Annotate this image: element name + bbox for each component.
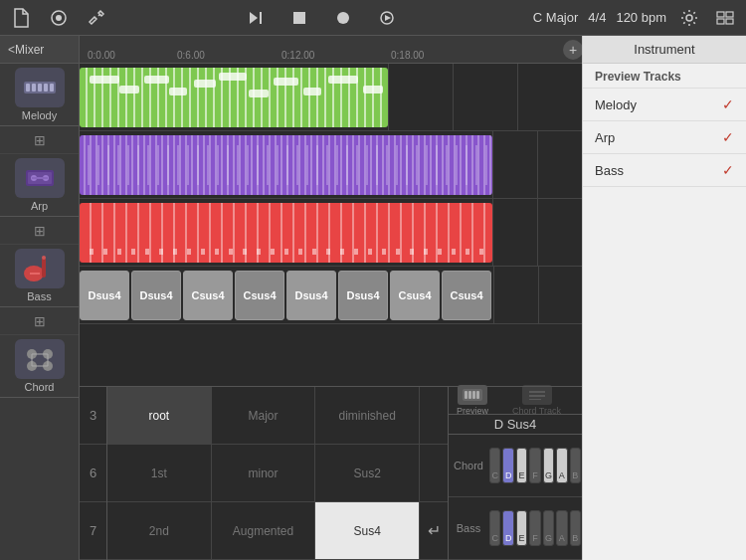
bass-piano-keys: C D E F G A B xyxy=(488,510,582,546)
svg-rect-14 xyxy=(26,84,30,92)
chord-sus2[interactable]: Sus2 xyxy=(315,445,420,501)
chord-key-B[interactable]: B xyxy=(570,448,581,483)
chord-track-btn[interactable]: Chord Track xyxy=(512,385,561,416)
chord-major[interactable]: Major xyxy=(212,387,316,444)
ruler-mark-3: 0:18.00 xyxy=(391,50,424,61)
preview-item-arp[interactable]: Arp ✓ xyxy=(583,121,746,154)
chord-num-6: 6 xyxy=(80,445,106,502)
chord-grid: 3 6 7 root Major xyxy=(80,387,448,560)
preview-chord-btn[interactable]: Preview xyxy=(457,385,488,416)
chord-cell-1[interactable]: Dsus4 xyxy=(131,271,181,320)
bpm-display: 120 bpm xyxy=(616,10,666,25)
chord-piano-keys: C D E F G A B xyxy=(488,448,582,483)
chord-sus4[interactable]: Sus4 xyxy=(315,502,420,559)
play-btn[interactable] xyxy=(373,4,401,32)
bass-block-1[interactable] xyxy=(80,203,492,263)
bass-key-F[interactable]: F xyxy=(529,510,540,546)
preview-icon xyxy=(458,385,487,405)
chord-icon xyxy=(15,339,65,379)
bass-key-E[interactable]: E xyxy=(516,510,527,546)
svg-rect-16 xyxy=(38,84,42,92)
melody-block-1[interactable] xyxy=(80,68,388,127)
chord-name-display: D Sus4 xyxy=(449,415,582,435)
ruler-mark-1: 0:6.00 xyxy=(177,50,205,61)
melody-track-row xyxy=(80,64,582,131)
arp-icon xyxy=(15,158,65,198)
right-arrow-2 xyxy=(420,445,448,501)
timeline-area: 0:0.00 0:6.00 0:12.00 0:18.00 + xyxy=(80,36,582,560)
skip-forward-btn[interactable] xyxy=(242,4,270,32)
layout-icon[interactable] xyxy=(712,5,738,31)
tools-icon[interactable] xyxy=(84,5,109,31)
chord-key-A[interactable]: A xyxy=(556,448,567,483)
svg-rect-4 xyxy=(293,12,305,24)
chord-row-3: root Major diminished xyxy=(107,387,448,445)
top-bar: C Major 4/4 120 bpm xyxy=(0,0,746,36)
record-icon[interactable] xyxy=(46,5,72,31)
chord-cell-2[interactable]: Csus4 xyxy=(183,271,233,320)
bass-key-A[interactable]: A xyxy=(556,510,567,546)
chord-cell-0[interactable]: Dsus4 xyxy=(80,271,129,320)
bass-icon xyxy=(15,249,65,288)
arp-block-1[interactable] xyxy=(80,135,492,195)
svg-rect-11 xyxy=(717,19,724,24)
settings-icon[interactable] xyxy=(676,5,702,31)
bass-key-G[interactable]: G xyxy=(543,510,554,546)
chord-diminished[interactable]: diminished xyxy=(315,387,420,444)
bass-mixer-icon: ⊞ xyxy=(34,313,46,329)
new-file-icon[interactable] xyxy=(8,5,34,31)
chord-editor: 3 6 7 root Major xyxy=(80,386,448,560)
chord-key-C[interactable]: C xyxy=(489,448,500,483)
track-item-arp[interactable]: Arp xyxy=(0,154,79,217)
chord-track-icon xyxy=(522,385,552,405)
mixer-header[interactable]: Mixer xyxy=(0,36,79,64)
preview-arp-check: ✓ xyxy=(722,129,734,145)
chord-cell-5[interactable]: Dsus4 xyxy=(338,271,388,320)
right-arrow xyxy=(420,387,448,444)
right-panel: Instrument Preview Tracks Melody ✓ Arp ✓… xyxy=(582,36,746,560)
bass-key-C[interactable]: C xyxy=(489,510,500,546)
track-item-bass[interactable]: Bass xyxy=(0,245,79,307)
mixer-label: Mixer xyxy=(15,43,44,57)
chord-root[interactable]: root xyxy=(107,387,212,444)
preview-item-bass[interactable]: Bass ✓ xyxy=(583,154,746,187)
left-arrow[interactable]: ↵ xyxy=(420,502,448,559)
chord-piano-header: Preview Chord Track xyxy=(449,387,582,415)
preview-item-melody[interactable]: Melody ✓ xyxy=(583,89,746,121)
chord-key-E[interactable]: E xyxy=(516,448,527,483)
chord-row-6: 1st minor Sus2 xyxy=(107,445,448,502)
chord-cell-3[interactable]: Csus4 xyxy=(235,271,284,320)
bass-key-B[interactable]: B xyxy=(570,510,581,546)
chord-key-G[interactable]: G xyxy=(543,448,554,483)
arp-track-row xyxy=(80,131,582,199)
chord-1st[interactable]: 1st xyxy=(107,445,212,501)
svg-rect-23 xyxy=(32,177,48,179)
chord-cell-6[interactable]: Csus4 xyxy=(390,271,440,320)
chord-key-F[interactable]: F xyxy=(529,448,540,483)
track-item-chord[interactable]: Chord xyxy=(0,335,79,398)
chord-cell-7[interactable]: Csus4 xyxy=(442,271,491,320)
ruler-mark-0: 0:0.00 xyxy=(88,50,115,61)
preview-melody-label: Melody xyxy=(595,97,637,112)
chord-augmented[interactable]: Augmented xyxy=(212,502,316,559)
track-item-melody[interactable]: Melody xyxy=(0,64,79,126)
record-btn[interactable] xyxy=(329,4,357,32)
time-signature: 4/4 xyxy=(588,10,606,25)
chord-2nd[interactable]: 2nd xyxy=(107,502,212,559)
bass-key-D[interactable]: D xyxy=(502,510,513,546)
melody-label: Melody xyxy=(22,109,57,121)
svg-rect-10 xyxy=(726,12,733,17)
preview-bass-check: ✓ xyxy=(722,162,734,178)
svg-rect-39 xyxy=(472,391,475,399)
chord-minor[interactable]: minor xyxy=(212,445,316,501)
add-track-btn[interactable]: + xyxy=(563,40,582,60)
svg-rect-15 xyxy=(32,84,36,92)
key-signature: C Major xyxy=(533,10,579,25)
stop-btn[interactable] xyxy=(285,4,313,32)
chord-key-D[interactable]: D xyxy=(502,448,513,483)
bass-label: Bass xyxy=(27,290,51,302)
svg-point-26 xyxy=(42,256,46,260)
bass-piano-row: Bass C D E F G A B xyxy=(449,497,582,560)
top-bar-left xyxy=(8,5,109,31)
chord-cell-4[interactable]: Dsus4 xyxy=(286,271,336,320)
